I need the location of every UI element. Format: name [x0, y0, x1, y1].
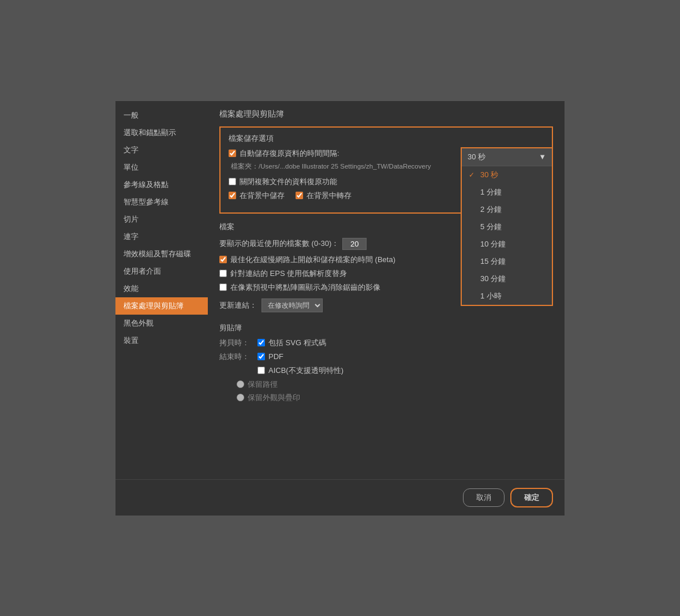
- bg-save-checkbox[interactable]: [229, 192, 236, 199]
- recent-count-input[interactable]: [342, 238, 367, 250]
- sidebar-item-smart-guides[interactable]: 智慧型參考線: [115, 193, 208, 211]
- clipboard-label: 剪貼簿: [219, 323, 553, 333]
- dropdown-item-label: 1 分鐘: [480, 187, 502, 197]
- end-label: 結束時：: [219, 352, 254, 362]
- update-link-label: 更新連結：: [219, 300, 257, 311]
- svg-checkbox[interactable]: [257, 339, 265, 346]
- pixel-preview-checkbox[interactable]: [219, 283, 227, 291]
- end-pdf-row: 結束時： PDF: [219, 352, 553, 362]
- dropdown-current-value: 30 秒: [468, 152, 485, 162]
- preferences-dialog: 一般 選取和錨點顯示 文字 單位 參考線及格點 智慧型參考線 切片 連字 增效模…: [115, 100, 565, 516]
- sidebar-item-plugins[interactable]: 增效模組及暫存磁碟: [115, 245, 208, 263]
- recent-count-label: 要顯示的最近使用的檔案數 (0-30)：: [219, 238, 339, 249]
- preserve-appearance-radio[interactable]: [237, 394, 244, 401]
- dropdown-item-label: 1 小時: [480, 291, 502, 301]
- eps-checkbox[interactable]: [219, 270, 227, 277]
- sidebar-item-performance[interactable]: 效能: [115, 280, 208, 297]
- sidebar-item-slices[interactable]: 切片: [115, 211, 208, 228]
- bg-convert-label: 在背景中轉存: [307, 191, 352, 201]
- dropdown-item-label: 30 秒: [480, 170, 498, 180]
- chevron-down-icon: ▼: [539, 152, 546, 161]
- sidebar-item-hyphenation[interactable]: 連字: [115, 228, 208, 245]
- sidebar: 一般 選取和錨點顯示 文字 單位 參考線及格點 智慧型參考線 切片 連字 增效模…: [115, 101, 208, 479]
- dropdown-item-10min[interactable]: 10 分鐘: [462, 236, 552, 253]
- cancel-button[interactable]: 取消: [463, 488, 505, 507]
- aicb-label: AICB(不支援透明特性): [268, 365, 343, 376]
- copy-label: 拷貝時：: [219, 338, 254, 348]
- dropdown-item-15min[interactable]: 15 分鐘: [462, 253, 552, 270]
- section-title: 檔案處理與剪貼簿: [219, 109, 553, 120]
- close-complex-label: 關閉複雜文件的資料復原功能: [240, 177, 337, 187]
- sidebar-item-ui[interactable]: 使用者介面: [115, 263, 208, 280]
- dropdown-item-label: 10 分鐘: [480, 239, 506, 249]
- sidebar-item-black-appearance[interactable]: 黑色外觀: [115, 315, 208, 332]
- dropdown-item-30min[interactable]: 30 分鐘: [462, 270, 552, 288]
- bg-convert-checkbox[interactable]: [296, 192, 303, 199]
- optimize-label: 最佳化在緩慢網路上開啟和儲存檔案的時間 (Beta): [230, 255, 395, 265]
- sidebar-item-file-handling[interactable]: 檔案處理與剪貼簿: [115, 297, 208, 315]
- pixel-preview-label: 在像素預視中將點陣圖顯示為消除鋸齒的影像: [230, 282, 380, 293]
- aicb-checkbox[interactable]: [257, 367, 265, 374]
- dropdown-item-label: 5 分鐘: [480, 222, 502, 232]
- dropdown-item-30sec[interactable]: ✓ 30 秒: [462, 166, 552, 184]
- dropdown-item-5min[interactable]: 5 分鐘: [462, 218, 552, 236]
- sidebar-item-selection[interactable]: 選取和錨點顯示: [115, 124, 208, 141]
- pdf-checkbox[interactable]: [257, 353, 265, 360]
- dropdown-header[interactable]: 30 秒 ▼: [462, 148, 552, 166]
- dropdown-item-label: 2 分鐘: [480, 204, 502, 215]
- file-save-options-title: 檔案儲存選項: [229, 133, 544, 144]
- optimize-checkbox[interactable]: [219, 256, 227, 263]
- preserve-path-radio[interactable]: [237, 380, 244, 388]
- sidebar-item-text[interactable]: 文字: [115, 141, 208, 159]
- sidebar-item-guides[interactable]: 參考線及格點: [115, 176, 208, 193]
- auto-save-label: 自動儲存復原資料的時間間隔:: [240, 148, 339, 159]
- check-icon: ✓: [469, 171, 477, 179]
- clipboard-section: 剪貼簿 拷貝時： 包括 SVG 程式碼 結束時： PDF AICB(不支援透明特…: [219, 323, 553, 403]
- confirm-button[interactable]: 確定: [510, 488, 553, 507]
- preserve-path-row: 保留路徑: [237, 379, 553, 390]
- pdf-label: PDF: [268, 352, 283, 361]
- time-interval-dropdown[interactable]: 30 秒 ▼ ✓ 30 秒 1 分鐘 2 分鐘 5 分鐘: [461, 147, 553, 306]
- bg-save-label: 在背景中儲存: [240, 191, 285, 201]
- sidebar-item-units[interactable]: 單位: [115, 159, 208, 176]
- svg-label: 包括 SVG 程式碼: [268, 338, 326, 348]
- preserve-appearance-label: 保留外觀與疊印: [248, 393, 300, 403]
- copy-svg-row: 拷貝時： 包括 SVG 程式碼: [219, 338, 553, 348]
- preserve-appearance-row: 保留外觀與疊印: [237, 393, 553, 403]
- dropdown-item-label: 30 分鐘: [480, 274, 506, 284]
- sidebar-item-devices[interactable]: 裝置: [115, 332, 208, 349]
- dropdown-item-1min[interactable]: 1 分鐘: [462, 184, 552, 201]
- sidebar-item-general[interactable]: 一般: [115, 107, 208, 124]
- preserve-path-label: 保留路徑: [248, 379, 278, 390]
- aicb-row: AICB(不支援透明特性): [219, 365, 553, 376]
- dropdown-item-label: 15 分鐘: [480, 256, 506, 267]
- eps-label: 針對連結的 EPS 使用低解析度替身: [230, 268, 347, 279]
- close-complex-checkbox[interactable]: [229, 178, 236, 185]
- dropdown-item-2min[interactable]: 2 分鐘: [462, 201, 552, 218]
- dropdown-item-1hour[interactable]: 1 小時: [462, 288, 552, 305]
- dialog-footer: 取消 確定: [115, 479, 565, 516]
- update-link-select[interactable]: 在修改時詢問: [261, 298, 323, 312]
- main-content: 檔案處理與剪貼簿 檔案儲存選項 自動儲存復原資料的時間間隔: 檔案夾：/User…: [208, 101, 565, 479]
- auto-save-checkbox[interactable]: [229, 150, 236, 157]
